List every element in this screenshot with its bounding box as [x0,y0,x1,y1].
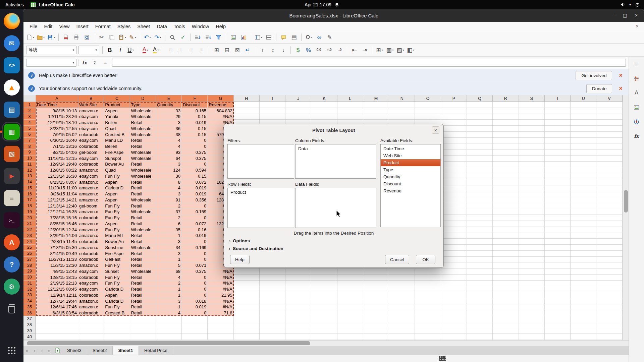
menu-edit[interactable]: Edit [41,22,56,31]
cell-M1[interactable] [363,102,389,108]
cell-B7[interactable]: ebay.com [78,138,104,144]
cell-H36[interactable] [234,310,260,316]
cell-R39[interactable] [493,328,519,334]
sidebar-properties[interactable] [632,74,642,83]
insert-chart-button[interactable] [239,33,249,42]
cell-T34[interactable] [545,298,571,304]
cell-B30[interactable]: coloradob [78,275,104,281]
sidebar-sidebar-settings[interactable]: ≡ [632,59,642,69]
cell-E18[interactable]: 2 [156,203,182,209]
row-header-30[interactable]: 30 [23,275,36,281]
row-header-26[interactable]: 26 [23,251,36,257]
cell-S35[interactable] [519,304,545,310]
cell-R5[interactable] [493,126,519,132]
cell-C36[interactable]: Crested B [104,310,130,316]
dropdown-arrow-icon[interactable]: ▾ [33,36,34,39]
insert-image-button[interactable] [228,33,238,42]
dock-terminal[interactable]: >_ [4,212,20,228]
cell-G31[interactable]: #N/A [208,281,233,287]
dropdown-arrow-icon[interactable]: ▾ [392,49,394,52]
cell-S8[interactable] [519,143,545,149]
cell-R24[interactable] [493,239,519,245]
cell-P39[interactable] [441,328,467,334]
system-status-menu[interactable]: ▾ [620,2,640,7]
cell-A24[interactable]: 2/28/15 11:45 [36,239,78,245]
cell-D14[interactable]: Retail [130,179,156,185]
cell-Q26[interactable] [467,251,493,257]
cell-D37[interactable] [130,316,156,322]
select-all-corner[interactable] [23,95,36,102]
cell-J3[interactable] [285,114,311,120]
cell-D25[interactable]: Wholesale [130,245,156,251]
cell-I40[interactable] [260,334,285,340]
cell-T6[interactable] [545,132,571,138]
cell-V24[interactable] [596,239,622,245]
cut-button[interactable]: ✂ [97,33,106,42]
background-color-button[interactable]: ▨▾ [395,45,405,55]
cell-P14[interactable] [441,179,467,185]
cell-F31[interactable]: 0 [182,281,208,287]
select-function-button[interactable]: Σ [91,59,99,67]
dock-vlc[interactable]: ▲ [4,79,20,96]
cell-C38[interactable] [104,322,130,328]
cell-D9[interactable]: Wholesale [130,149,156,156]
cell-A23[interactable]: 8/29/15 14:06 [36,233,78,239]
column-header-S[interactable]: S [519,95,545,102]
cell-E17[interactable]: 91 [156,197,182,203]
cell-T14[interactable] [545,179,571,185]
cell-R26[interactable] [493,251,519,257]
cell-H34[interactable] [234,298,260,304]
column-header-F[interactable]: F [182,95,208,102]
cell-D22[interactable]: Wholesale [130,227,156,233]
dropdown-arrow-icon[interactable]: ▾ [125,36,126,39]
cell-U6[interactable] [571,132,596,138]
cell-F18[interactable]: 0 [182,203,208,209]
cell-C15[interactable]: Carlota D [104,185,130,191]
cell-F10[interactable]: 0.375 [182,156,208,162]
column-header-Q[interactable]: Q [467,95,493,102]
cell-M38[interactable] [363,322,389,328]
cell-S4[interactable] [519,120,545,126]
cell-N37[interactable] [389,316,415,322]
cell-F22[interactable]: 0.16 [182,227,208,233]
cell-D29[interactable]: Wholesale [130,268,156,275]
first-sheet-button[interactable]: « [23,346,31,355]
cell-H1[interactable] [234,102,260,108]
cell-T29[interactable] [545,268,571,275]
cell-V20[interactable] [596,215,622,221]
cell-T28[interactable] [545,262,571,268]
menu-styles[interactable]: Styles [114,22,134,31]
cell-P4[interactable] [441,120,467,126]
cell-R1[interactable] [493,102,519,108]
bold-button[interactable]: B [105,45,115,55]
cell-N29[interactable] [389,268,415,275]
cell-B17[interactable]: amazon.c [78,197,104,203]
cell-L31[interactable] [337,281,363,287]
cell-R17[interactable] [493,197,519,203]
cell-V7[interactable] [596,138,622,144]
input-line[interactable] [112,59,626,67]
cell-I1[interactable] [260,102,285,108]
sheet-tab-sheet1[interactable]: Sheet1 [113,346,139,355]
cell-S21[interactable] [519,221,545,227]
cell-F34[interactable]: 0.018 [182,298,208,304]
cell-J35[interactable] [285,304,311,310]
cell-K34[interactable] [311,298,337,304]
cell-B19[interactable]: amazon.c [78,209,104,215]
cell-O29[interactable] [415,268,441,275]
cell-R10[interactable] [493,156,519,162]
cell-F17[interactable]: 0.356 [182,197,208,203]
cell-V3[interactable] [596,114,622,120]
cell-P1[interactable] [441,102,467,108]
cell-V13[interactable] [596,173,622,179]
cell-N31[interactable] [389,281,415,287]
cell-Q11[interactable] [467,162,493,168]
cell-O31[interactable] [415,281,441,287]
dock-writer[interactable]: ▤ [4,102,20,118]
cell-D21[interactable]: Retail [130,221,156,227]
row-header-21[interactable]: 21 [23,221,36,227]
cell-C31[interactable]: Fun Fly [104,281,130,287]
cell-M2[interactable] [363,108,389,114]
cell-U18[interactable] [571,203,596,209]
format-as-percent-button[interactable]: % [304,45,313,55]
